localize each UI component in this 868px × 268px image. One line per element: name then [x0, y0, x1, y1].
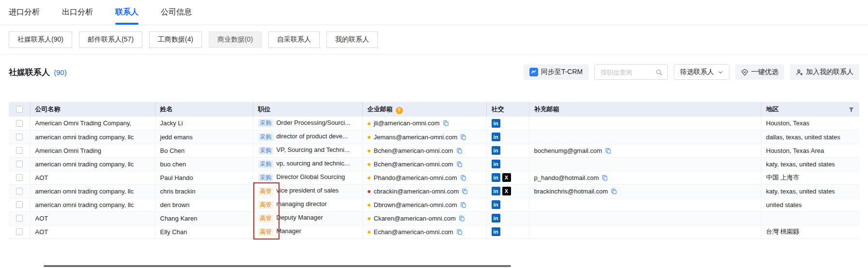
company-name: American Omni Trading Company,: [35, 119, 131, 127]
linkedin-icon[interactable]: in: [492, 173, 500, 182]
extra-email-cell: bochenumg@gmail.com: [529, 144, 761, 157]
email-dot: [368, 177, 371, 179]
add-to-my-contacts-button[interactable]: 加入我的联系人: [790, 64, 859, 80]
linkedin-icon[interactable]: in: [492, 160, 500, 168]
email-dot: [368, 122, 371, 125]
company-name: AOT: [35, 215, 48, 222]
row-checkbox[interactable]: [16, 201, 23, 208]
extra-email: p_hando@hotmail.com: [534, 174, 599, 181]
linkedin-icon[interactable]: in: [492, 200, 500, 209]
filter-email-contacts[interactable]: 邮件联系人(57): [79, 31, 142, 48]
copy-icon[interactable]: [602, 175, 608, 181]
company-name: american omni trading company, llc: [35, 188, 134, 195]
contact-name: Jacky Li: [160, 119, 183, 127]
section-title: 社媒联系人: [9, 67, 50, 78]
tab-import-analysis[interactable]: 进口分析: [9, 0, 40, 25]
company-name: american omni trading company, llc: [35, 201, 134, 208]
copy-icon[interactable]: [611, 188, 617, 194]
header-name: 姓名: [155, 102, 253, 117]
company-email: Phando@american-omni.com: [374, 174, 457, 181]
tab-contacts[interactable]: 联系人: [115, 0, 139, 25]
select-all-checkbox[interactable]: [16, 106, 23, 113]
filter-contacts-dropdown[interactable]: 筛选联系人: [674, 64, 729, 80]
row-checkbox[interactable]: [16, 215, 23, 222]
extra-email-cell: [529, 198, 761, 211]
copy-icon[interactable]: [460, 202, 466, 208]
header-social: 社交: [486, 102, 529, 117]
row-checkbox[interactable]: [16, 188, 23, 194]
social-icons: in: [486, 211, 529, 225]
linkedin-icon[interactable]: in: [492, 119, 500, 128]
header-region-label: 地区: [766, 105, 779, 114]
copy-icon[interactable]: [460, 134, 466, 140]
linkedin-icon[interactable]: in: [492, 187, 500, 195]
search-icon[interactable]: [655, 69, 663, 76]
linkedin-icon[interactable]: in: [492, 214, 500, 223]
region: dallas, texas, united states: [766, 134, 840, 141]
copy-icon[interactable]: [456, 161, 463, 167]
header-extra-email: 补充邮箱: [529, 102, 761, 117]
email-help-icon[interactable]: ?: [396, 107, 403, 114]
position-title: vp, sourcing and technic...: [277, 160, 350, 167]
email-dot: [368, 231, 371, 234]
row-checkbox[interactable]: [16, 228, 23, 235]
filter-my-contacts[interactable]: 我的联系人: [326, 31, 378, 48]
copy-icon[interactable]: [462, 188, 468, 194]
row-checkbox[interactable]: [16, 134, 23, 140]
position-tag: 高管: [258, 214, 274, 223]
header-region: 地区: [761, 102, 859, 117]
extra-email-wrap: p_hando@hotmail.com: [534, 174, 608, 181]
copy-icon[interactable]: [443, 120, 449, 126]
filter-self-collected[interactable]: 自采联系人: [268, 31, 320, 48]
email-dot: [368, 204, 371, 207]
social-icons: in: [486, 198, 529, 211]
copy-icon[interactable]: [456, 148, 463, 154]
email-dot: [368, 136, 371, 139]
filter-business-registry[interactable]: 工商数据(4): [149, 31, 202, 48]
row-checkbox[interactable]: [16, 161, 23, 167]
tab-label: 出口分析: [62, 7, 93, 17]
position-title: Deputy Manager: [277, 214, 323, 221]
copy-icon[interactable]: [605, 148, 611, 154]
optimize-button-label: 一键优选: [751, 68, 778, 76]
region-filter-funnel-icon[interactable]: [848, 106, 854, 113]
table-row: american omni trading company, llc chris…: [9, 184, 859, 198]
one-click-optimize-button[interactable]: 一键优选: [735, 64, 784, 80]
company-name: american omni trading company, llc: [35, 134, 134, 141]
filter-commercial-data[interactable]: 商业数据(0): [209, 31, 262, 48]
linkedin-icon[interactable]: in: [492, 146, 500, 155]
position-search-box: [594, 64, 668, 80]
social-icons: in: [486, 117, 529, 130]
linkedin-icon[interactable]: in: [492, 227, 500, 236]
table-row: american omni trading company, llc den b…: [9, 198, 859, 211]
tab-company-info[interactable]: 公司信息: [161, 0, 192, 25]
position-tag: 采购: [258, 119, 274, 127]
filter-social-contacts[interactable]: 社媒联系人(90): [9, 31, 72, 48]
sync-button-label: 同步至T-CRM: [541, 68, 583, 76]
row-checkbox[interactable]: [16, 120, 23, 127]
copy-icon[interactable]: [460, 175, 466, 181]
copy-icon[interactable]: [459, 215, 465, 222]
x-icon[interactable]: X: [502, 173, 511, 182]
x-icon[interactable]: X: [502, 187, 511, 195]
linkedin-icon[interactable]: in: [492, 133, 500, 141]
header-position: 职位: [253, 102, 362, 117]
sync-to-tcrm-button[interactable]: 同步至T-CRM: [524, 64, 589, 80]
region: Houston, Texas Area: [766, 147, 824, 154]
row-checkbox[interactable]: [16, 174, 23, 181]
contact-source-filter-bar: 社媒联系人(90) 邮件联系人(57) 工商数据(4) 商业数据(0) 自采联系…: [0, 25, 868, 55]
social-icons: in: [486, 144, 529, 157]
contact-name: den brown: [160, 201, 190, 208]
horizontal-scrollbar-thumb[interactable]: [44, 265, 511, 267]
tab-export-analysis[interactable]: 出口分析: [62, 0, 93, 25]
row-checkbox[interactable]: [16, 147, 23, 154]
company-email: Bchen@american-omni.com: [374, 147, 453, 154]
company-name: American Omni Trading: [35, 147, 102, 154]
table-row: American Omni Trading Company, Jacky Li …: [9, 117, 859, 130]
section-header: 社媒联系人 (90) 同步至T-CRM 筛选联系人 一键优选: [9, 64, 859, 80]
position-search-input[interactable]: [600, 68, 655, 76]
copy-icon[interactable]: [456, 229, 463, 235]
extra-email-wrap: bochenumg@gmail.com: [534, 147, 611, 154]
extra-email-cell: [529, 117, 761, 130]
position-tag: 采购: [258, 133, 274, 141]
